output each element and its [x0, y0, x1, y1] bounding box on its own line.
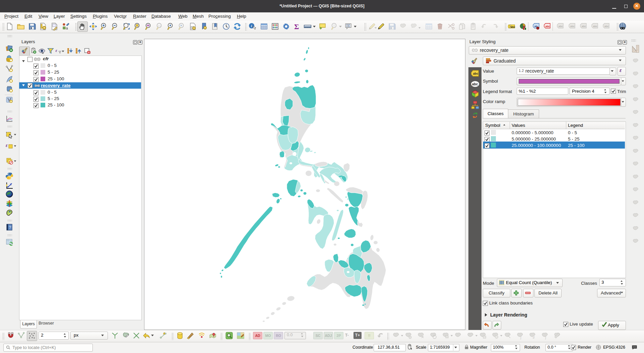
svg-text:abc: abc [545, 25, 550, 28]
svg-text:∫: ∫ [520, 336, 522, 340]
svg-text:abc: abc [593, 25, 597, 28]
svg-text:ε: ε [56, 48, 57, 53]
svg-text:abc: abc [604, 25, 609, 28]
svg-text:abc: abc [582, 25, 586, 28]
svg-text:d: d [533, 336, 535, 339]
svg-text:1:1: 1:1 [158, 25, 161, 27]
svg-text:abc: abc [570, 25, 575, 28]
svg-text:abc: abc [559, 25, 563, 28]
svg-text:Σ: Σ [294, 22, 299, 30]
svg-text:ε: ε [6, 143, 8, 148]
svg-text:?: ? [9, 225, 11, 230]
svg-text:∫: ∫ [545, 336, 546, 340]
svg-text:a: a [66, 26, 68, 30]
svg-text:abc: abc [472, 82, 478, 86]
svg-text:abc: abc [473, 72, 478, 75]
svg-text:T: T [347, 24, 349, 27]
